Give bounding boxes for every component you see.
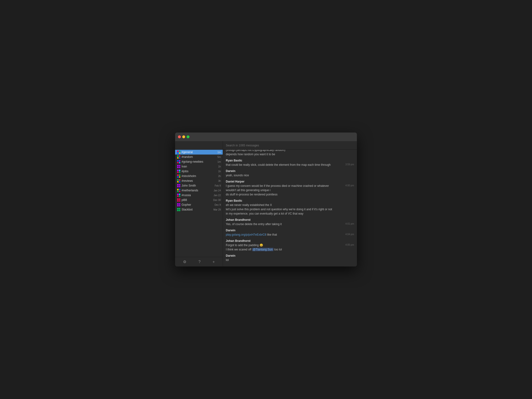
message-group-8: Johan BrandhorstForgot to add the paddin… [226,239,354,252]
channel-icon-russia [177,194,180,197]
sidebar-item-time-gopher: Dec 9 [215,203,221,206]
sidebar-item-label-john-smith: John Smith [182,184,214,187]
sidebar-item-slackbot[interactable]: SlackbotMar 29 [175,207,223,212]
sidebar-item-stockholm[interactable]: #stockholm2h [175,174,223,178]
message-time-7: 4:04 pm [345,233,354,236]
sidebar-item-label-jobs: #jobs [182,170,217,173]
sidebar-item-russia[interactable]: #russiaJan 22 [175,193,223,198]
sidebar-item-label-random: #random [182,155,216,158]
message-line-3-0: yeah, sounds nice [226,173,354,177]
add-button[interactable]: + [211,259,217,265]
message-line-1-3: depends how random you want it to be [226,152,354,156]
person-icon-pl88 [177,198,180,202]
sidebar-item-time-netherlands: Jan 24 [214,189,221,192]
channel-icon-jobs [177,170,180,173]
message-author-6: Johan Brandhorst [226,218,354,222]
channel-icon-reviews [177,179,180,183]
minimize-button[interactable] [182,135,185,138]
main-layout: #general1m#random5m#golang-newbies1mIvan… [175,141,357,266]
sidebar-item-time-slackbot: Mar 29 [213,208,221,211]
message-author-7: Darwin [226,229,354,232]
sidebar-item-random[interactable]: #random5m [175,155,223,159]
maximize-button[interactable] [187,135,190,138]
main-window: #general1m#random5m#golang-newbies1mIvan… [175,133,357,266]
message-line-9-0: lol [226,258,354,262]
message-line-5-1: let's just solve this problem and not qu… [226,207,354,211]
person-icon-gopher [177,203,180,206]
sidebar-item-gopher[interactable]: GopherDec 9 [175,202,223,207]
sidebar-item-john-smith[interactable]: John SmithFeb 9 [175,183,223,188]
message-group-5: Ryan Basticeh we never really establishe… [226,199,354,216]
sidebar-item-reviews[interactable]: #reviews3h [175,178,223,183]
search-bar[interactable] [223,141,357,150]
sidebar-item-label-reviews: #reviews [182,179,217,183]
sidebar-item-label-netherlands: #netherlands [182,189,213,192]
message-time-6: 4:01 pm [345,222,354,226]
sidebar-items-list: #general1m#random5m#golang-newbies1mIvan… [175,150,223,257]
message-time-4: 4:00 pm [345,184,354,187]
message-line-5-0: eh we never really established the X [226,203,354,207]
message-line-5-2: in my experience, you can eventually get… [226,211,354,216]
message-time-2: 3:59 pm [345,163,354,166]
message-link[interactable]: play.golang.org/p/pxH7eExbrC8 [226,233,266,236]
message-line-8-0: Forgot to add the padding 😀4:05 pm [226,243,354,247]
close-button[interactable] [178,135,181,138]
message-line-4-0: I guess my concern would be if the proce… [226,184,354,192]
search-input[interactable] [226,144,354,147]
sidebar-item-golang-newbies[interactable]: #golang-newbies1m [175,159,223,164]
message-group-1: Johan BrandhorstYou could just create a … [226,150,354,156]
message-line-7-0: play.golang.org/p/pxH7eExbrC8 like that4… [226,233,354,237]
message-line-4-1: ds stuff in-process be rendered pointles… [226,192,354,197]
message-line-1-2: (though perhaps not cryptographically ra… [226,150,354,152]
channel-icon-netherlands [177,189,180,192]
message-line-6-0: Yes, of course delete the entry after ta… [226,222,354,226]
sidebar-item-label-pl88: pl88 [182,198,212,202]
message-group-6: Johan BrandhorstYes, of course delete th… [226,218,354,226]
sidebar-item-label-stockholm: #stockholm [182,174,217,178]
chat-area: Ryan Basticif you want to see a code exa… [223,141,357,266]
channel-icon-golang-newbies [177,160,180,163]
sidebar-item-label-russia: #russia [182,194,213,197]
sidebar-item-ivan[interactable]: Ivan1h [175,164,223,169]
settings-button[interactable]: ⚙ [181,259,188,265]
channel-icon-general [177,151,180,154]
message-author-2: Ryan Bastic [226,159,354,162]
sidebar-item-time-golang-newbies: 1m [217,160,221,163]
message-group-3: Darwinyeah, sounds nice [226,169,354,177]
titlebar [175,133,357,141]
sidebar-item-label-ivan: Ivan [182,165,217,168]
sidebar-item-time-random: 5m [217,156,221,158]
message-author-5: Ryan Bastic [226,199,354,202]
channel-icon-stockholm [177,174,180,178]
channel-icon-random [177,155,180,158]
message-time-8: 4:05 pm [345,243,354,247]
help-button[interactable]: ? [196,259,202,265]
sidebar-item-netherlands[interactable]: #netherlandsJan 24 [175,188,223,193]
message-line-8-1: I think we scared off @Tiantang Sun too … [226,247,354,252]
message-group-7: Darwinplay.golang.org/p/pxH7eExbrC8 like… [226,229,354,237]
message-author-3: Darwin [226,169,354,173]
sidebar-item-time-ivan: 1h [218,165,221,168]
message-group-9: Darwinlol [226,254,354,262]
sidebar-item-label-gopher: Gopher [182,203,214,206]
message-group-4: Daniel HarperI guess my concern would be… [226,180,354,197]
mention-tiantang-sun[interactable]: @Tiantang Sun [252,248,273,251]
sidebar-item-pl88[interactable]: pl88Dec 30 [175,198,223,202]
chat-messages: Ryan Basticif you want to see a code exa… [223,150,357,266]
sidebar: #general1m#random5m#golang-newbies1mIvan… [175,141,223,266]
sidebar-item-label-slackbot: Slackbot [182,208,212,211]
sidebar-item-time-jobs: 1h [218,170,221,173]
sidebar-item-jobs[interactable]: #jobs1h [175,169,223,174]
message-author-8: Johan Brandhorst [226,239,354,243]
sidebar-item-label-golang-newbies: #golang-newbies [182,160,216,163]
message-author-4: Daniel Harper [226,180,354,183]
person-icon-ivan [177,165,180,168]
sidebar-item-label-general: #general [182,151,216,154]
sidebar-item-time-stockholm: 2h [218,175,221,177]
traffic-lights [178,135,190,138]
sidebar-item-time-general: 1m [217,151,221,154]
message-author-9: Darwin [226,254,354,257]
person-icon-john-smith [177,184,180,187]
sidebar-item-general[interactable]: #general1m [175,150,223,155]
sidebar-item-time-russia: Jan 22 [214,194,221,197]
